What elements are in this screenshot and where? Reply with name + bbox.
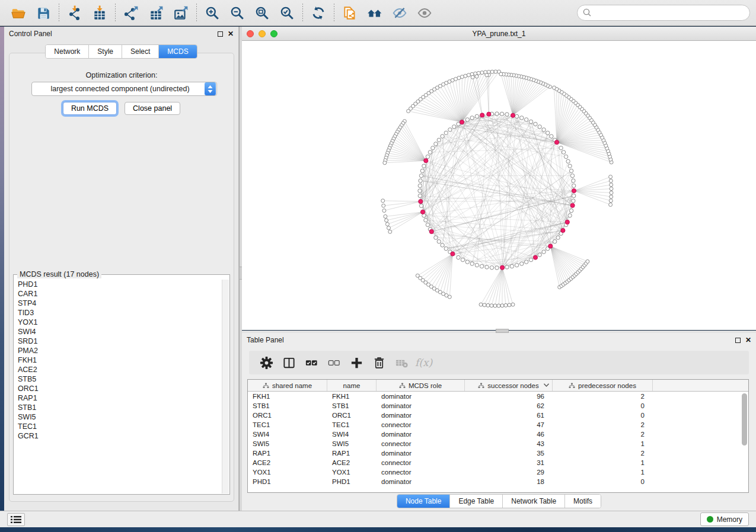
optimization-criterion-dropdown[interactable]: largest connected component (undirected) [31, 82, 217, 96]
network-node[interactable] [534, 122, 537, 126]
mcds-result-item[interactable]: CAR1 [14, 289, 222, 299]
network-node[interactable] [610, 195, 613, 198]
mcds-node[interactable] [419, 200, 423, 204]
mcds-node[interactable] [460, 120, 464, 124]
tab-select[interactable]: Select [122, 45, 159, 58]
network-node[interactable] [495, 112, 499, 116]
mcds-node[interactable] [429, 229, 433, 233]
network-node[interactable] [520, 116, 524, 120]
column-header-MCDS-role[interactable]: MCDS role [377, 380, 465, 391]
network-node[interactable] [568, 164, 572, 168]
network-node[interactable] [419, 179, 422, 182]
network-node[interactable] [461, 258, 464, 261]
show-eye-button[interactable] [412, 2, 437, 24]
network-node[interactable] [546, 131, 550, 134]
close-panel-icon[interactable]: ✕ [228, 31, 234, 37]
mcds-result-item[interactable]: PMA2 [14, 346, 222, 355]
network-node[interactable] [609, 179, 613, 182]
network-node[interactable] [418, 184, 422, 187]
network-node[interactable] [483, 303, 486, 307]
tab-edge-table[interactable]: Edge Table [450, 495, 503, 508]
network-node[interactable] [542, 250, 546, 254]
clone-network-button[interactable] [337, 2, 362, 24]
mcds-node[interactable] [511, 113, 515, 117]
mcds-node[interactable] [420, 210, 425, 214]
table-row-PHD1[interactable]: PHD1PHD1dominator180 [248, 477, 748, 486]
network-node[interactable] [569, 209, 573, 212]
network-node[interactable] [572, 194, 576, 197]
network-node[interactable] [568, 214, 572, 217]
network-node[interactable] [426, 155, 429, 158]
network-node[interactable] [382, 204, 385, 207]
network-node[interactable] [609, 199, 613, 203]
close-panel-button[interactable]: Close panel [125, 102, 180, 115]
mcds-node[interactable] [487, 112, 491, 116]
network-node[interactable] [465, 118, 469, 121]
zoom-out-button[interactable] [225, 2, 250, 24]
network-node[interactable] [553, 240, 557, 243]
network-node[interactable] [424, 219, 428, 222]
network-node[interactable] [525, 118, 528, 121]
network-node[interactable] [387, 226, 391, 230]
mcds-node[interactable] [554, 140, 559, 145]
mcds-result-item[interactable]: STB5 [14, 374, 222, 384]
mcds-result-item[interactable]: ACE2 [14, 365, 222, 374]
mcds-result-item[interactable]: SWI4 [14, 327, 222, 336]
network-node[interactable] [471, 75, 474, 79]
mcds-node[interactable] [500, 265, 505, 270]
run-mcds-button[interactable]: Run MCDS [63, 102, 117, 115]
mcds-node[interactable] [561, 228, 565, 232]
mcds-result-item[interactable]: PHD1 [14, 280, 222, 289]
mcds-result-item[interactable]: STP4 [14, 299, 222, 308]
search-input[interactable] [577, 5, 750, 21]
mcds-result-item[interactable]: TID3 [14, 308, 222, 318]
table-row-FKH1[interactable]: FKH1FKH1dominator962 [248, 392, 748, 401]
network-node[interactable] [572, 179, 575, 182]
export-image-button[interactable] [168, 2, 193, 24]
network-node[interactable] [562, 150, 565, 154]
network-node[interactable] [550, 134, 553, 138]
network-node[interactable] [465, 260, 469, 264]
network-node[interactable] [382, 209, 386, 213]
network-node[interactable] [505, 113, 509, 116]
mcds-node[interactable] [570, 203, 575, 207]
horizontal-splitter-handle[interactable] [496, 329, 509, 333]
mcds-result-item[interactable]: YOX1 [14, 318, 222, 327]
network-node[interactable] [538, 125, 541, 129]
table-row-SWI4[interactable]: SWI4SWI4dominator462 [248, 430, 748, 439]
network-node[interactable] [480, 264, 483, 268]
network-node[interactable] [505, 265, 509, 269]
network-node[interactable] [475, 263, 479, 267]
network-node[interactable] [418, 194, 422, 197]
refresh-button[interactable] [306, 2, 331, 24]
add-column-button[interactable] [345, 353, 368, 372]
table-row-ACE2[interactable]: ACE2ACE2connector311 [248, 458, 748, 467]
network-node[interactable] [441, 243, 444, 247]
network-node[interactable] [486, 303, 490, 307]
network-node[interactable] [553, 86, 556, 89]
network-node[interactable] [475, 114, 479, 118]
hide-eye-button[interactable] [387, 2, 412, 24]
network-node[interactable] [538, 253, 541, 257]
column-header-shared-name[interactable]: shared name [248, 380, 327, 391]
network-node[interactable] [525, 260, 528, 264]
network-node[interactable] [419, 174, 423, 177]
network-node[interactable] [500, 112, 503, 116]
network-node[interactable] [572, 184, 576, 187]
export-network-button[interactable] [119, 2, 143, 24]
network-node[interactable] [515, 114, 518, 118]
network-node[interactable] [559, 146, 563, 150]
network-node[interactable] [569, 169, 573, 172]
network-node[interactable] [610, 191, 613, 194]
table-row-SWI5[interactable]: SWI5SWI5connector431 [248, 439, 748, 448]
network-node[interactable] [477, 71, 480, 75]
select-all-button[interactable] [300, 353, 323, 372]
network-node[interactable] [385, 222, 389, 226]
mcds-node[interactable] [424, 159, 428, 163]
network-node[interactable] [479, 303, 483, 306]
table-row-STB1[interactable]: STB1STB1dominator620 [248, 401, 748, 411]
zoom-selected-button[interactable] [275, 2, 299, 24]
network-node[interactable] [381, 199, 385, 203]
network-canvas[interactable] [242, 41, 756, 330]
network-node[interactable] [610, 183, 613, 187]
